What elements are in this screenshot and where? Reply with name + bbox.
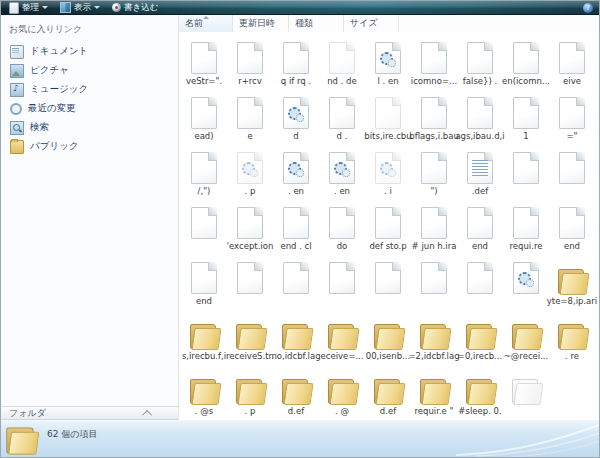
file-item[interactable]: q if rq . [273,34,319,89]
column-header-2[interactable]: 更新日時 [233,15,289,32]
file-item[interactable]: end [181,254,227,309]
folder-item[interactable]: requir.e " [411,364,457,419]
file-label: ags,ibau.d,i [455,131,504,141]
favorite-links-header: お気に入りリンク [1,15,178,42]
folder-item[interactable]: d.ef [273,364,319,419]
file-label: r+rcv [238,76,262,86]
folder-item[interactable]: d.ef [365,364,411,419]
folder-item[interactable]: . re [549,309,595,364]
folder-item[interactable]: =0,irecb... [457,309,503,364]
folder-item[interactable]: 00,isenb... [365,309,411,364]
help-icon[interactable]: ? [583,3,593,13]
file-item[interactable]: ags,ibau.d,i [457,89,503,144]
folder-item[interactable]: yte=8,ip.ari [549,254,595,309]
document-icon [559,152,585,184]
file-item[interactable]: l . en [365,34,411,89]
file-item[interactable]: ead) [181,89,227,144]
file-item[interactable]: def sto.p [365,199,411,254]
recent-changes-icon [10,103,22,115]
file-item[interactable]: 1 [503,89,549,144]
file-item[interactable]: 'except.ion [227,199,273,254]
file-item[interactable]: en(icomn... [503,34,549,89]
file-item[interactable] [503,144,549,199]
folder-icon [188,321,220,349]
sidebar-item-label: 最近の変更 [28,102,76,115]
sidebar-item-2[interactable]: ピクチャ [1,61,178,80]
column-header-1[interactable]: 名前 [179,15,233,32]
file-label: bits,ire.cbu [364,131,411,141]
file-item[interactable]: d [273,89,319,144]
file-item[interactable] [227,254,273,309]
views-button[interactable]: 表示 [55,2,105,14]
folder-item[interactable]: #sleep. 0. [457,364,503,419]
file-item[interactable]: /,") [181,144,227,199]
folders-bar-label: フォルダ [9,407,46,420]
file-item[interactable]: end [549,199,595,254]
file-list-area: veStr=".r+rcvq if rq .nd . del . enicomn… [179,32,600,420]
folder-item[interactable]: ~@recei... [503,309,549,364]
file-item[interactable] [273,254,319,309]
file-item[interactable] [503,254,549,309]
column-header-3[interactable]: 種類 [289,15,344,32]
folder-item[interactable]: . @ [319,364,365,419]
file-label: . p [245,186,256,196]
folder-item[interactable]: no,idcbf.lag [273,309,319,364]
folder-item[interactable]: eceive=... [319,309,365,364]
file-item[interactable]: ") [411,144,457,199]
file-item[interactable]: d . [319,89,365,144]
file-item[interactable] [457,254,503,309]
file-item[interactable]: nd . de [319,34,365,89]
command-toolbar: 整理 表示 書き込む ? [1,1,600,15]
folder-item[interactable]: . @s [181,364,227,419]
organize-button[interactable]: 整理 [4,2,53,14]
file-item[interactable]: . en [273,144,319,199]
file-item[interactable] [365,254,411,309]
grid-row: ead)edd .bits,ire.cbubflags,i.bauags,iba… [181,89,595,144]
folder-item[interactable]: s,irecbu.f,i [181,309,227,364]
file-item[interactable]: false}) . [457,34,503,89]
document-icon [283,207,309,239]
file-item[interactable] [319,254,365,309]
sidebar-item-3[interactable]: ミュージック [1,80,178,99]
file-item[interactable]: do [319,199,365,254]
file-item[interactable]: e [227,89,273,144]
document-icon [329,97,355,129]
document-icon [559,42,585,74]
column-header-4[interactable]: サイズ [344,15,399,32]
burn-button[interactable]: 書き込む [107,2,163,14]
folders-bar[interactable]: フォルダ [1,406,179,420]
sidebar-item-4[interactable]: 最近の変更 [1,99,178,118]
ghost-folder-icon [510,376,542,404]
folder-item[interactable]: . p [227,364,273,419]
file-label: . i [384,186,392,196]
file-item[interactable]: . en [319,144,365,199]
folder-item[interactable]: receiveS.tr. [227,309,273,364]
sidebar-item-1[interactable]: ドキュメント [1,42,178,61]
file-item[interactable]: end [457,199,503,254]
folder-item[interactable]: =2,idcbf.lag [411,309,457,364]
settings-file-icon [329,152,355,184]
file-item[interactable]: icomno=... [411,34,457,89]
file-item[interactable]: end . cl [273,199,319,254]
file-label: false}) . [463,76,497,86]
folder-item[interactable] [503,364,549,419]
file-label: requi.re [510,241,543,251]
file-item[interactable] [181,199,227,254]
file-item[interactable] [549,144,595,199]
file-item[interactable]: r+rcv [227,34,273,89]
sidebar-item-5[interactable]: 検索 [1,118,178,137]
file-item[interactable]: eive [549,34,595,89]
gear-icon [342,169,350,177]
file-item[interactable]: .def [457,144,503,199]
file-item[interactable]: bits,ire.cbu [365,89,411,144]
file-item[interactable]: # jun h.ira [411,199,457,254]
folder-icon [372,376,404,404]
file-item[interactable]: =" [549,89,595,144]
file-item[interactable]: . i [365,144,411,199]
file-item[interactable]: . p [227,144,273,199]
file-item[interactable]: veStr=". [181,34,227,89]
sidebar-item-6[interactable]: パブリック [1,137,178,156]
file-item[interactable]: bflags,i.bau [411,89,457,144]
file-item[interactable]: requi.re [503,199,549,254]
file-item[interactable] [411,254,457,309]
